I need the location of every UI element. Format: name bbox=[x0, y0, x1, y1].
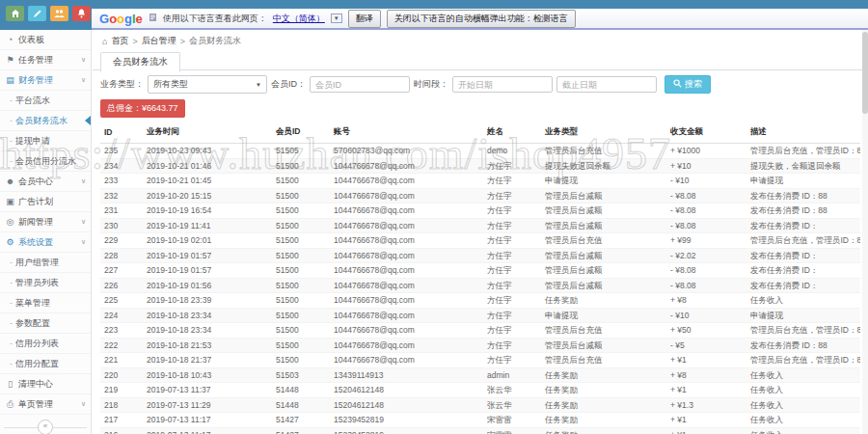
table-cell: 任务奖励 bbox=[541, 367, 666, 383]
search-button[interactable]: 搜索 bbox=[665, 75, 711, 94]
table-cell: 管理员后台减额 bbox=[541, 248, 666, 263]
home-icon: ⌂ bbox=[102, 37, 107, 46]
dismiss-translate-button[interactable]: 关闭以下语言的自动横幅弹出功能：检测语言 bbox=[387, 10, 576, 28]
table-row: 2162019-07-13 11:175142715239452819宋雷雷任务… bbox=[100, 427, 860, 434]
table-cell: 217 bbox=[100, 413, 143, 428]
table-cell: 2019-07-13 11:17 bbox=[143, 427, 272, 434]
table-cell: 发布任务消费 ID：88 bbox=[746, 203, 860, 219]
sidebar-item-admin-list[interactable]: -管理员列表 bbox=[0, 273, 91, 293]
table-cell: 2019-10-19 11:41 bbox=[143, 218, 272, 233]
table-cell: admin bbox=[483, 367, 541, 383]
table-cell: 任务奖励 bbox=[541, 413, 666, 428]
table-cell: 1044766678@qq.com bbox=[330, 174, 483, 189]
sidebar-item-label: 广告计划 bbox=[18, 192, 53, 211]
sidebar-item-user-group-management[interactable]: -用户组管理 bbox=[0, 253, 91, 273]
sidebar-item-label: 任务管理 bbox=[18, 50, 53, 69]
table-cell: 申请提现 bbox=[541, 308, 666, 323]
sidebar-item-finance-management[interactable]: ▤财务管理∨ bbox=[0, 70, 91, 91]
table-cell: 2019-10-18 23:34 bbox=[143, 323, 272, 339]
sidebar-item-withdraw-apply[interactable]: -提现申请 bbox=[0, 131, 91, 151]
sidebar-item-label: 会员信用分流水 bbox=[15, 151, 76, 171]
column-header: 姓名 bbox=[483, 122, 541, 144]
table-cell: 方任宇 bbox=[483, 188, 541, 203]
sidebar-item-param-config[interactable]: -参数配置 bbox=[0, 313, 91, 334]
translate-button[interactable]: 翻译 bbox=[348, 10, 381, 28]
sidebar-item-dashboard[interactable]: ◔仪表板 bbox=[0, 30, 91, 50]
table-cell: 234 bbox=[100, 158, 143, 174]
sidebar-item-news-management[interactable]: ◎新闻管理∨ bbox=[0, 212, 91, 232]
sidebar-item-system-settings[interactable]: ⚙系统设置∨ bbox=[0, 232, 91, 253]
chevron-down-icon: ∨ bbox=[81, 50, 86, 69]
table-cell: 51500 bbox=[272, 353, 330, 368]
table-cell: 216 bbox=[100, 427, 143, 434]
table-cell: 方任宇 bbox=[483, 278, 541, 293]
table-cell: + ¥10 bbox=[666, 158, 746, 174]
table-cell: + ¥1 bbox=[666, 353, 746, 368]
sidebar-item-credit-config[interactable]: -信用分配置 bbox=[0, 354, 91, 374]
table-cell: 2019-10-20 15:15 bbox=[143, 188, 272, 203]
sidebar-item-member-center[interactable]: ☻会员中心∨ bbox=[0, 172, 91, 192]
dash-bullet: - bbox=[10, 313, 13, 333]
tab-member-finance-flow[interactable]: 会员财务流水 bbox=[100, 52, 180, 72]
language-caret-button[interactable]: ▼ bbox=[331, 14, 342, 23]
sidebar-item-ad-plan[interactable]: ▣广告计划 bbox=[0, 192, 91, 212]
sidebar-item-label: 会员中心 bbox=[18, 172, 53, 191]
table-cell: 51427 bbox=[272, 413, 330, 428]
users-button[interactable] bbox=[50, 6, 68, 21]
table-row: 2352019-10-23 09:4351505570602783@qq.com… bbox=[100, 144, 860, 159]
tab-bar: 会员财务流水 bbox=[93, 50, 868, 70]
table-cell: 申请提现 bbox=[746, 308, 860, 323]
table-cell: 任务收入 bbox=[746, 413, 860, 428]
table-cell: + ¥1000 bbox=[666, 144, 746, 159]
type-filter-label: 业务类型： bbox=[100, 78, 144, 91]
bookmark-icon: ▯ bbox=[5, 374, 15, 393]
start-date-input[interactable] bbox=[452, 76, 553, 93]
table-cell: 51505 bbox=[272, 144, 330, 159]
table-cell: 1044766678@qq.com bbox=[330, 248, 483, 263]
table-cell: 方任宇 bbox=[483, 174, 541, 189]
table-cell: 51448 bbox=[272, 397, 330, 413]
table-header-row: ID业务时间会员ID账号姓名业务类型收支金额描述 bbox=[100, 122, 860, 144]
language-link[interactable]: 中文（简体） bbox=[273, 13, 325, 25]
type-select[interactable]: 所有类型 ▼ bbox=[148, 75, 267, 94]
sidebar-item-credit-list[interactable]: -信用分列表 bbox=[0, 334, 91, 354]
sidebar-item-platform-flow[interactable]: -平台流水 bbox=[0, 91, 91, 111]
table-cell: 2019-10-18 21:53 bbox=[143, 338, 272, 353]
home-button[interactable] bbox=[6, 6, 24, 21]
table-cell: 2019-10-19 01:56 bbox=[143, 278, 272, 293]
table-cell: 张云华 bbox=[483, 397, 541, 413]
dash-bullet: - bbox=[10, 354, 13, 373]
sidebar-collapse-toggle[interactable]: « bbox=[38, 420, 53, 434]
table-cell: 任务收入 bbox=[746, 293, 860, 309]
scrollbar-thumb[interactable] bbox=[862, 32, 868, 114]
table-cell: - ¥8.08 bbox=[666, 218, 746, 233]
table-cell: + ¥50 bbox=[666, 323, 746, 339]
edit-button[interactable] bbox=[28, 6, 46, 21]
table-cell: 任务奖励 bbox=[541, 383, 666, 398]
sidebar-item-task-management[interactable]: ⚑任务管理∨ bbox=[0, 50, 91, 70]
end-date-input[interactable] bbox=[556, 76, 657, 93]
breadcrumb-link[interactable]: 后台管理 bbox=[142, 35, 176, 47]
users-icon bbox=[54, 9, 65, 18]
member-id-input[interactable] bbox=[310, 76, 410, 93]
sidebar-item-member-finance-flow[interactable]: -会员财务流水 bbox=[0, 111, 91, 131]
table-cell: 1044766678@qq.com bbox=[330, 278, 483, 293]
column-header: 业务时间 bbox=[143, 122, 272, 144]
sidebar-item-member-credit-flow[interactable]: -会员信用分流水 bbox=[0, 151, 91, 172]
sidebar-item-page-management[interactable]: ⎙单页管理∨ bbox=[0, 394, 91, 415]
table-cell: 管理员后台减额 bbox=[541, 278, 666, 293]
column-header: 收支金额 bbox=[666, 122, 746, 144]
table-row: 2242019-10-18 23:34515001044766678@qq.co… bbox=[100, 308, 860, 323]
table-cell: 1044766678@qq.com bbox=[330, 158, 483, 174]
table-cell: - ¥8.08 bbox=[666, 203, 746, 219]
breadcrumb-link[interactable]: 首页 bbox=[111, 35, 128, 47]
notifications-button[interactable] bbox=[72, 6, 91, 21]
table-cell: 1044766678@qq.com bbox=[330, 308, 483, 323]
table-cell: - ¥2.02 bbox=[666, 248, 746, 263]
sidebar-item-menu-management[interactable]: -菜单管理 bbox=[0, 293, 91, 313]
table-cell: 2019-07-13 11:17 bbox=[143, 413, 272, 428]
sidebar-item-clean-center[interactable]: ▯清理中心 bbox=[0, 374, 91, 394]
table-row: 2172019-07-13 11:175142715239452819宋雷雷任务… bbox=[100, 413, 860, 428]
vertical-scrollbar[interactable] bbox=[862, 30, 868, 434]
column-header: 描述 bbox=[746, 122, 860, 144]
